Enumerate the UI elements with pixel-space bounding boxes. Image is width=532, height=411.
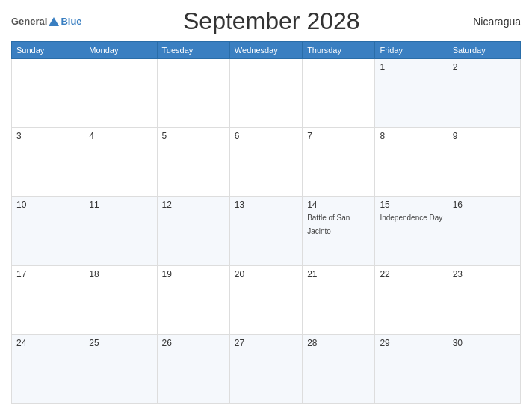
day-number: 17 [16, 269, 79, 279]
day-number: 29 [380, 338, 442, 348]
day-number: 8 [380, 131, 442, 141]
day-number: 13 [235, 200, 297, 210]
calendar-day-cell [157, 59, 229, 128]
calendar-day-cell: 29 [375, 334, 448, 403]
calendar-day-cell: 14Battle of San Jacinto [303, 197, 375, 265]
calendar-day-cell: 12 [157, 197, 229, 265]
calendar-day-cell: 21 [303, 265, 375, 334]
calendar-week-2: 3456789 [12, 128, 521, 197]
calendar-day-cell: 13 [229, 197, 302, 265]
day-number: 28 [307, 338, 370, 348]
calendar-day-cell: 16 [448, 197, 520, 265]
day-number: 14 [307, 200, 370, 210]
day-number: 23 [453, 269, 516, 279]
calendar-day-cell: 17 [12, 265, 84, 334]
calendar-table: Sunday Monday Tuesday Wednesday Thursday… [11, 41, 521, 404]
day-number: 10 [16, 200, 79, 210]
calendar-day-cell: 24 [12, 334, 84, 403]
col-friday: Friday [375, 42, 448, 59]
calendar-week-5: 24252627282930 [12, 334, 521, 403]
day-event: Battle of San Jacinto [307, 214, 350, 235]
calendar-day-cell [229, 59, 302, 128]
calendar-day-cell: 18 [84, 265, 157, 334]
col-saturday: Saturday [448, 42, 520, 59]
day-number: 18 [89, 269, 152, 279]
calendar-day-cell: 5 [157, 128, 229, 197]
calendar-day-cell: 15Independence Day [375, 197, 448, 265]
col-thursday: Thursday [303, 42, 375, 59]
calendar-day-cell: 10 [12, 197, 84, 265]
header: General Blue September 2028 Nicaragua [11, 7, 521, 35]
day-number: 24 [16, 338, 79, 348]
day-number: 5 [162, 131, 225, 141]
day-event: Independence Day [380, 214, 442, 222]
day-number: 22 [380, 269, 442, 279]
day-number: 12 [162, 200, 225, 210]
day-number: 30 [453, 338, 516, 348]
day-number: 20 [235, 269, 297, 279]
calendar-day-cell: 9 [448, 128, 520, 197]
day-number: 25 [89, 338, 152, 348]
calendar-day-cell: 11 [84, 197, 157, 265]
calendar-day-cell: 1 [375, 59, 448, 128]
day-number: 15 [380, 200, 442, 210]
country-label: Nicaragua [461, 16, 521, 28]
day-number: 9 [453, 131, 516, 141]
calendar-day-cell [84, 59, 157, 128]
calendar-title: September 2028 [82, 7, 461, 35]
day-number: 19 [162, 269, 225, 279]
col-monday: Monday [84, 42, 157, 59]
day-number: 16 [453, 200, 516, 210]
col-wednesday: Wednesday [229, 42, 302, 59]
day-number: 1 [380, 62, 442, 72]
day-number: 6 [235, 131, 297, 141]
calendar-day-cell [303, 59, 375, 128]
calendar-day-cell: 27 [229, 334, 302, 403]
day-number: 21 [307, 269, 370, 279]
page: General Blue September 2028 Nicaragua Su… [0, 0, 532, 411]
calendar-day-cell: 26 [157, 334, 229, 403]
calendar-day-cell: 30 [448, 334, 520, 403]
day-number: 27 [235, 338, 297, 348]
day-number: 3 [16, 131, 79, 141]
calendar-day-cell: 7 [303, 128, 375, 197]
logo-general-text: General [11, 16, 47, 27]
calendar-day-cell: 3 [12, 128, 84, 197]
calendar-day-cell: 2 [448, 59, 520, 128]
calendar-day-cell [12, 59, 84, 128]
calendar-day-cell: 20 [229, 265, 302, 334]
col-tuesday: Tuesday [157, 42, 229, 59]
day-number: 11 [89, 200, 152, 210]
calendar-day-cell: 25 [84, 334, 157, 403]
col-sunday: Sunday [12, 42, 84, 59]
day-number: 26 [162, 338, 225, 348]
day-number: 7 [307, 131, 370, 141]
logo-triangle-icon [49, 17, 59, 26]
logo-blue-text: Blue [61, 16, 81, 27]
logo: General Blue [11, 16, 82, 27]
calendar-day-cell: 8 [375, 128, 448, 197]
day-number: 4 [89, 131, 152, 141]
calendar-day-cell: 19 [157, 265, 229, 334]
calendar-week-3: 1011121314Battle of San Jacinto15Indepen… [12, 197, 521, 265]
calendar-day-cell: 22 [375, 265, 448, 334]
calendar-week-4: 17181920212223 [12, 265, 521, 334]
calendar-day-cell: 23 [448, 265, 520, 334]
day-number: 2 [453, 62, 516, 72]
calendar-header-row: Sunday Monday Tuesday Wednesday Thursday… [12, 42, 521, 59]
calendar-day-cell: 28 [303, 334, 375, 403]
calendar-week-1: 12 [12, 59, 521, 128]
calendar-day-cell: 4 [84, 128, 157, 197]
calendar-day-cell: 6 [229, 128, 302, 197]
